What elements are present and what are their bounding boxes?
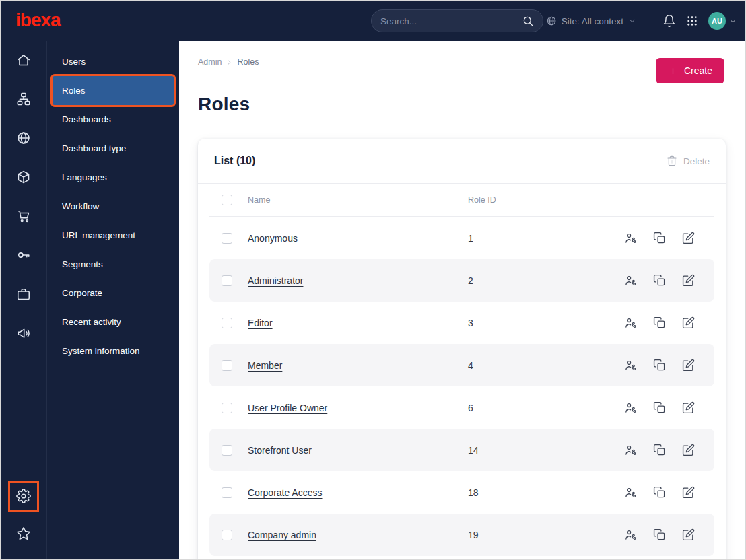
role-name-link[interactable]: Editor <box>248 318 273 328</box>
rail-item-home[interactable] <box>10 46 37 73</box>
sidebar-item-languages[interactable]: Languages <box>53 163 174 192</box>
sidebar-item-label: URL management <box>62 230 135 240</box>
roles-table: Name Role ID Anonymous 1 Administrator 2 <box>198 184 726 556</box>
row-actions <box>624 232 695 244</box>
role-name-link[interactable]: Storefront User <box>248 445 312 456</box>
row-checkbox[interactable] <box>222 318 232 328</box>
row-actions <box>624 528 695 541</box>
assign-icon[interactable] <box>624 274 637 287</box>
notifications-button[interactable] <box>663 14 676 28</box>
cart-icon <box>16 209 31 223</box>
row-checkbox[interactable] <box>222 275 232 286</box>
select-all-checkbox[interactable] <box>222 195 232 205</box>
rail-item-site[interactable] <box>10 125 37 151</box>
role-name-link[interactable]: Administrator <box>248 275 303 286</box>
role-id: 19 <box>468 530 624 540</box>
copy-icon[interactable] <box>653 359 666 372</box>
row-checkbox[interactable] <box>222 445 232 456</box>
copy-icon[interactable] <box>653 528 666 541</box>
row-checkbox[interactable] <box>222 403 232 413</box>
sidebar-item-workflow[interactable]: Workflow <box>53 192 174 221</box>
rail-item-settings[interactable] <box>10 483 37 510</box>
assign-icon[interactable] <box>624 486 637 499</box>
sidebar-item-url-management[interactable]: URL management <box>53 221 174 250</box>
table-row: Corporate Access 18 <box>209 471 714 514</box>
user-menu[interactable]: AU <box>708 12 737 30</box>
role-id: 3 <box>468 318 624 328</box>
row-checkbox[interactable] <box>222 233 232 244</box>
sidebar-item-label: Dashboards <box>62 114 111 125</box>
sidebar-item-label: Languages <box>62 172 107 182</box>
edit-icon[interactable] <box>682 274 695 287</box>
copy-icon[interactable] <box>653 401 666 414</box>
roles-list-card: List (10) Delete Name Role ID Anonymous … <box>198 139 726 560</box>
assign-icon[interactable] <box>624 359 637 372</box>
rail-item-commerce[interactable] <box>10 203 37 230</box>
rail-item-marketing[interactable] <box>10 320 37 347</box>
row-checkbox[interactable] <box>222 530 232 540</box>
assign-icon[interactable] <box>624 316 637 329</box>
icon-rail <box>1 41 46 560</box>
sidebar-item-dashboard-type[interactable]: Dashboard type <box>53 134 174 163</box>
sidebar-item-label: System information <box>62 346 140 356</box>
sidebar-item-dashboards[interactable]: Dashboards <box>53 105 174 134</box>
sidebar-item-segments[interactable]: Segments <box>53 250 174 279</box>
main-content: Admin Roles Create Roles List (10) Delet… <box>179 41 746 560</box>
sidebar-item-users[interactable]: Users <box>53 47 174 76</box>
breadcrumb-admin[interactable]: Admin <box>198 57 222 67</box>
role-name-link[interactable]: Corporate Access <box>248 487 323 498</box>
rail-item-permissions[interactable] <box>10 242 37 269</box>
copy-icon[interactable] <box>653 274 666 287</box>
sitemap-icon <box>16 92 31 106</box>
search-input[interactable] <box>380 16 522 26</box>
edit-icon[interactable] <box>682 401 695 414</box>
role-name-link[interactable]: Anonymous <box>248 233 298 244</box>
delete-button[interactable]: Delete <box>667 155 710 166</box>
sidebar-item-system-information[interactable]: System information <box>53 337 174 365</box>
avatar[interactable]: AU <box>708 12 726 30</box>
site-context-selector[interactable]: Site: All context <box>546 15 636 26</box>
sidebar-item-corporate[interactable]: Corporate <box>53 279 174 308</box>
cube-icon <box>16 170 31 184</box>
row-checkbox[interactable] <box>222 360 232 371</box>
briefcase-icon <box>16 287 31 302</box>
rail-item-corporate[interactable] <box>10 281 37 308</box>
app-switcher-button[interactable] <box>686 15 698 27</box>
edit-icon[interactable] <box>682 232 695 244</box>
copy-icon[interactable] <box>653 232 666 244</box>
edit-icon[interactable] <box>682 486 695 499</box>
copy-icon[interactable] <box>653 486 666 499</box>
admin-sidebar: Users Roles Dashboards Dashboard type La… <box>46 41 179 560</box>
copy-icon[interactable] <box>653 444 666 456</box>
assign-icon[interactable] <box>624 444 637 456</box>
role-name-link[interactable]: User Profile Owner <box>248 403 327 413</box>
sidebar-item-recent-activity[interactable]: Recent activity <box>53 308 174 337</box>
role-name-link[interactable]: Company admin <box>248 530 316 540</box>
table-row: Company admin 19 <box>209 514 714 556</box>
copy-icon[interactable] <box>653 316 666 329</box>
assign-icon[interactable] <box>624 528 637 541</box>
chevron-down-icon <box>628 17 636 25</box>
role-id: 6 <box>468 403 624 413</box>
assign-icon[interactable] <box>624 401 637 414</box>
row-checkbox[interactable] <box>222 487 232 498</box>
edit-icon[interactable] <box>682 444 695 456</box>
edit-icon[interactable] <box>682 316 695 329</box>
chevron-right-icon <box>226 59 233 66</box>
edit-icon[interactable] <box>682 528 695 541</box>
home-icon <box>16 53 31 67</box>
sidebar-item-roles[interactable]: Roles <box>53 76 174 105</box>
highlight-box-settings <box>8 481 39 512</box>
table-header-row: Name Role ID <box>209 184 714 217</box>
assign-icon[interactable] <box>624 232 637 244</box>
settings-gear-icon <box>16 489 31 503</box>
rail-item-content-structure[interactable] <box>10 85 37 112</box>
create-button[interactable]: Create <box>656 58 724 83</box>
edit-icon[interactable] <box>682 359 695 372</box>
rail-item-products[interactable] <box>10 164 37 190</box>
ibexa-logo[interactable]: ibexa <box>15 10 61 30</box>
rail-item-bookmarks[interactable] <box>10 520 37 547</box>
star-icon <box>16 526 31 541</box>
search-icon[interactable] <box>522 15 534 27</box>
role-name-link[interactable]: Member <box>248 360 282 371</box>
